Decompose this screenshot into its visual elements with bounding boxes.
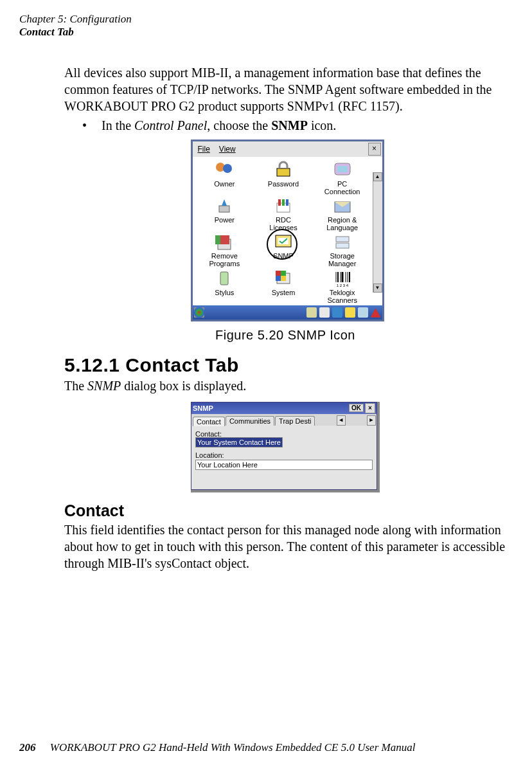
icon-grid: Owner Password PC Connection Power xyxy=(193,157,382,305)
icon-label: PC Connection xyxy=(314,180,371,195)
chapter-line: Chapter 5: Configuration xyxy=(19,13,132,26)
main-content: All devices also support MIB-II, a manag… xyxy=(64,64,506,575)
icon-label: Stylus xyxy=(197,289,253,296)
contact-input[interactable]: Your System Contact Here xyxy=(195,437,283,447)
snmp-icon[interactable]: SNMP xyxy=(255,233,312,267)
svg-point-1 xyxy=(223,164,232,173)
tray-icon-5[interactable] xyxy=(358,307,368,318)
bullet-italic: Control Panel xyxy=(134,118,207,132)
menu-file[interactable]: File xyxy=(198,145,210,154)
start-icon[interactable] xyxy=(194,307,204,318)
tab-scroll-right-icon[interactable]: ► xyxy=(367,415,376,426)
svg-rect-8 xyxy=(282,199,285,206)
password-icon[interactable]: Password xyxy=(255,161,312,195)
pc-connection-icon[interactable]: PC Connection xyxy=(314,161,371,195)
ok-button[interactable]: OK xyxy=(349,404,364,412)
svg-rect-7 xyxy=(278,199,281,206)
svg-rect-2 xyxy=(277,168,290,176)
scroll-up-icon[interactable]: ▲ xyxy=(373,172,382,181)
intro-paragraph: All devices also support MIB-II, a manag… xyxy=(64,64,506,114)
page-footer: 206 WORKABOUT PRO G2 Hand-Held With Wind… xyxy=(19,741,415,754)
stylus-icon[interactable]: Stylus xyxy=(197,269,253,304)
svg-rect-17 xyxy=(336,243,349,248)
svg-rect-9 xyxy=(286,199,288,206)
svg-rect-21 xyxy=(281,271,286,276)
section-line: Contact Tab xyxy=(19,26,132,39)
location-label: Location: xyxy=(195,451,373,459)
tab-contact[interactable]: Contact xyxy=(193,417,225,426)
tab-scroll-left-icon[interactable]: ◄ xyxy=(337,415,346,426)
svg-rect-23 xyxy=(281,276,286,281)
icon-label: Remove Programs xyxy=(197,252,253,267)
location-input[interactable]: Your Location Here xyxy=(195,460,373,470)
scrollbar[interactable]: ▲ ▼ xyxy=(373,172,382,293)
icon-label: Owner xyxy=(197,180,253,188)
contact-paragraph: This field identifies the contact person… xyxy=(64,521,506,572)
icon-label: Storage Manager xyxy=(314,252,371,267)
figure-control-panel: File View × Owner Password xyxy=(191,140,380,321)
tab-communities[interactable]: Communities xyxy=(226,416,274,426)
svg-rect-22 xyxy=(276,276,281,281)
close-icon[interactable]: × xyxy=(368,143,381,156)
para2-italic: SNMP xyxy=(87,379,121,393)
dialog-body: Contact: Your System Contact Here Locati… xyxy=(191,426,377,489)
tray-icon-6[interactable] xyxy=(371,307,381,318)
region-language-icon[interactable]: Region & Language xyxy=(314,197,371,231)
icon-label: Password xyxy=(255,180,312,188)
figure-caption: Figure 5.20 SNMP Icon xyxy=(64,328,506,343)
svg-rect-4 xyxy=(337,166,348,172)
para2-pre: The xyxy=(64,379,87,393)
menu-view[interactable]: View xyxy=(219,145,236,154)
para2-post: dialog box is displayed. xyxy=(121,379,246,393)
svg-rect-20 xyxy=(276,271,281,276)
taskbar xyxy=(193,305,382,320)
page-header: Chapter 5: Configuration Contact Tab xyxy=(19,13,132,39)
bullet-item: • In the Control Panel, choose the SNMP … xyxy=(82,118,506,133)
icon-label: Teklogix Scanners xyxy=(314,289,371,304)
dialog-titlebar: SNMP OK × xyxy=(191,402,377,414)
contact-subheading: Contact xyxy=(64,501,506,520)
storage-manager-icon[interactable]: Storage Manager xyxy=(314,233,371,267)
control-panel-window: File View × Owner Password xyxy=(191,140,384,321)
tab-trap-destinations[interactable]: Trap Desti xyxy=(275,416,315,426)
svg-rect-5 xyxy=(219,206,229,212)
svg-rect-16 xyxy=(336,237,349,242)
tray-icon-4[interactable] xyxy=(345,307,355,318)
owner-icon[interactable]: Owner xyxy=(197,161,253,195)
teklogix-scanners-icon[interactable]: 1 2 3 4 Teklogix Scanners xyxy=(314,269,371,304)
svg-text:1 2 3 4: 1 2 3 4 xyxy=(336,284,348,287)
icon-label: SNMP xyxy=(255,252,312,260)
section-heading: 5.12.1 Contact Tab xyxy=(64,354,506,376)
system-icon[interactable]: System xyxy=(255,269,312,304)
svg-rect-13 xyxy=(220,235,229,244)
icon-label: Power xyxy=(197,216,253,224)
icon-label: Region & Language xyxy=(314,216,371,231)
close-icon[interactable]: × xyxy=(365,403,375,413)
dialog-title-text: SNMP xyxy=(193,404,213,412)
bullet-bold: SNMP xyxy=(271,118,308,132)
tabs: Contact Communities Trap Desti ◄ ► xyxy=(191,414,377,426)
menu-bar: File View × xyxy=(193,141,382,157)
tray-icon-3[interactable] xyxy=(332,307,342,318)
bullet-text: In the Control Panel, choose the SNMP ic… xyxy=(102,118,336,133)
tray-icon-2[interactable] xyxy=(319,307,330,318)
snmp-dialog: SNMP OK × Contact Communities Trap Desti… xyxy=(191,402,377,490)
snmp-dialog-figure: SNMP OK × Contact Communities Trap Desti… xyxy=(191,402,380,492)
icon-label: System xyxy=(255,289,312,296)
svg-rect-18 xyxy=(220,272,228,285)
bullet-mid: , choose the xyxy=(207,118,271,132)
scroll-down-icon[interactable]: ▼ xyxy=(373,284,382,293)
tray-icon-1[interactable] xyxy=(306,307,317,318)
bullet-pre: In the xyxy=(102,118,134,132)
power-icon[interactable]: Power xyxy=(197,197,253,231)
bullet-marker: • xyxy=(82,118,102,133)
icon-label: RDC Licenses xyxy=(255,216,312,231)
remove-programs-icon[interactable]: Remove Programs xyxy=(197,233,253,267)
footer-text: WORKABOUT PRO G2 Hand-Held With Windows … xyxy=(50,741,416,753)
rdc-licenses-icon[interactable]: RDC Licenses xyxy=(255,197,312,231)
bullet-post: icon. xyxy=(308,118,336,132)
page-number: 206 xyxy=(19,741,36,753)
dialog-intro: The SNMP dialog box is displayed. xyxy=(64,377,506,394)
contact-label: Contact: xyxy=(195,430,373,438)
